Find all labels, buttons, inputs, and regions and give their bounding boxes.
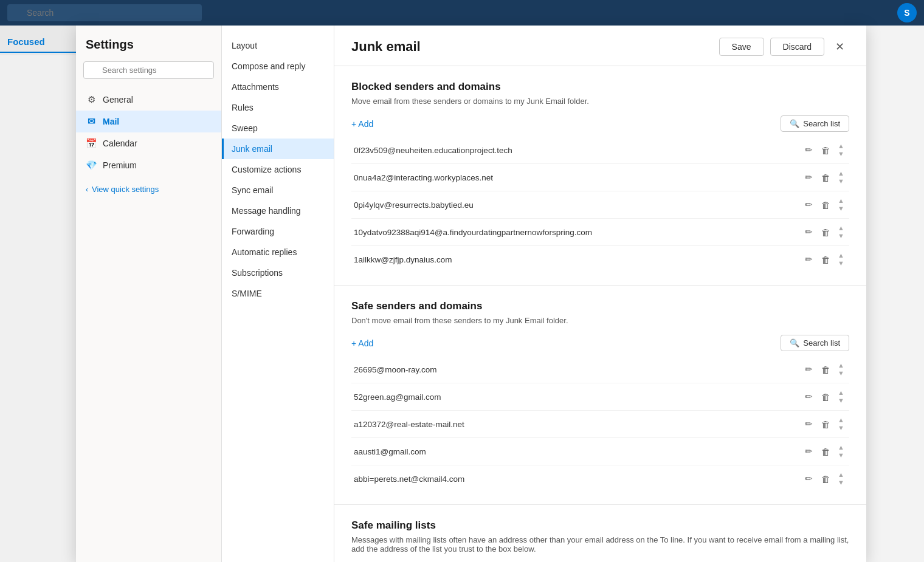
safe-delete-2-button[interactable]: 🗑 <box>818 417 834 432</box>
blocked-scroll-up-1[interactable]: ▲ <box>835 170 847 177</box>
table-row: 1ailkkw@zjfjp.dynaius.com ✏ 🗑 ▲ ▼ <box>351 246 849 273</box>
subnav-compose[interactable]: Compose and reply <box>222 56 334 77</box>
sidebar-item-mail[interactable]: ✉ Mail <box>76 111 221 132</box>
blocked-search-list-label: Search list <box>803 119 840 128</box>
blocked-row-2-actions: ✏ 🗑 ▲ ▼ <box>801 197 847 213</box>
content-header: Junk email Save Discard ✕ <box>334 26 866 66</box>
safe-email-0: 26695@moon-ray.com <box>354 365 437 374</box>
subnav-sync[interactable]: Sync email <box>222 180 334 200</box>
settings-content: Junk email Save Discard ✕ Blocked sender… <box>334 26 866 562</box>
blocked-scroll-down-1[interactable]: ▼ <box>835 177 847 185</box>
blocked-scroll-up-4[interactable]: ▲ <box>835 252 847 259</box>
subnav-junk[interactable]: Junk email <box>222 139 334 159</box>
safe-scroll-arrows-0: ▲ ▼ <box>835 362 847 377</box>
view-quick-settings-label: View quick settings <box>92 185 159 194</box>
table-row: 0f23v509@neuheiten.educationproject.tech… <box>351 137 849 164</box>
mail-icon: ✉ <box>86 116 97 127</box>
blocked-search-list-button[interactable]: 🔍 Search list <box>781 115 849 132</box>
safe-scroll-down-0[interactable]: ▼ <box>835 369 847 377</box>
blocked-edit-2-button[interactable]: ✏ <box>801 197 816 213</box>
blocked-add-button[interactable]: + Add <box>351 117 373 131</box>
top-search-input[interactable] <box>7 4 202 21</box>
table-row: 26695@moon-ray.com ✏ 🗑 ▲ ▼ <box>351 356 849 383</box>
table-row: a120372@real-estate-mail.net ✏ 🗑 ▲ ▼ <box>351 411 849 438</box>
blocked-edit-4-button[interactable]: ✏ <box>801 252 816 267</box>
safe-mailing-section: Safe mailing lists Messages with mailing… <box>334 505 866 562</box>
blocked-email-0: 0f23v509@neuheiten.educationproject.tech <box>354 146 512 155</box>
safe-row-2-actions: ✏ 🗑 ▲ ▼ <box>801 416 847 432</box>
safe-scroll-down-1[interactable]: ▼ <box>835 397 847 405</box>
discard-button[interactable]: Discard <box>770 38 824 56</box>
blocked-scroll-down-0[interactable]: ▼ <box>835 150 847 158</box>
blocked-edit-1-button[interactable]: ✏ <box>801 170 816 185</box>
safe-scroll-arrows-1: ▲ ▼ <box>835 389 847 405</box>
safe-scroll-up-2[interactable]: ▲ <box>835 416 847 424</box>
safe-scroll-down-3[interactable]: ▼ <box>835 451 847 459</box>
subnav-attachments[interactable]: Attachments <box>222 77 334 97</box>
safe-section-toolbar: + Add 🔍 Search list <box>351 335 849 351</box>
safe-section-title: Safe senders and domains <box>351 300 849 312</box>
main-layout: Focused Settings 🔍 ⚙ General ✉ Mail 📅 <box>0 26 924 562</box>
sidebar-item-general[interactable]: ⚙ General <box>76 89 221 111</box>
user-avatar[interactable]: S <box>897 3 917 22</box>
safe-scroll-up-0[interactable]: ▲ <box>835 362 847 369</box>
subnav-rules[interactable]: Rules <box>222 97 334 118</box>
premium-icon: 💎 <box>86 160 97 171</box>
safe-edit-4-button[interactable]: ✏ <box>801 471 816 487</box>
safe-delete-0-button[interactable]: 🗑 <box>818 362 834 377</box>
safe-edit-2-button[interactable]: ✏ <box>801 416 816 432</box>
blocked-delete-2-button[interactable]: 🗑 <box>818 197 834 213</box>
blocked-delete-4-button[interactable]: 🗑 <box>818 252 834 267</box>
safe-scroll-down-2[interactable]: ▼ <box>835 424 847 432</box>
safe-add-button[interactable]: + Add <box>351 336 373 351</box>
safe-delete-4-button[interactable]: 🗑 <box>818 471 834 487</box>
subnav-subscriptions[interactable]: Subscriptions <box>222 262 334 283</box>
safe-scroll-down-4[interactable]: ▼ <box>835 479 847 487</box>
blocked-delete-1-button[interactable]: 🗑 <box>818 170 834 185</box>
safe-senders-section: Safe senders and domains Don't move emai… <box>334 286 866 505</box>
safe-delete-3-button[interactable]: 🗑 <box>818 444 834 459</box>
safe-search-list-button[interactable]: 🔍 Search list <box>781 335 849 351</box>
close-button[interactable]: ✕ <box>830 38 849 56</box>
focused-tab-label[interactable]: Focused <box>0 32 79 53</box>
blocked-delete-0-button[interactable]: 🗑 <box>818 143 834 158</box>
safe-email-1: 52green.ag@gmail.com <box>354 392 441 402</box>
back-arrow-icon: ‹ <box>86 185 88 194</box>
subnav-forwarding[interactable]: Forwarding <box>222 221 334 242</box>
settings-search-input[interactable] <box>83 61 214 79</box>
blocked-delete-3-button[interactable]: 🗑 <box>818 225 834 240</box>
top-bar: 🔍 S <box>0 0 924 26</box>
blocked-scroll-down-2[interactable]: ▼ <box>835 205 847 213</box>
subnav-customize[interactable]: Customize actions <box>222 159 334 180</box>
mailing-section-desc: Messages with mailing lists often have a… <box>351 535 849 553</box>
safe-edit-3-button[interactable]: ✏ <box>801 444 816 459</box>
sidebar-item-premium[interactable]: 💎 Premium <box>76 154 221 176</box>
blocked-section-toolbar: + Add 🔍 Search list <box>351 115 849 132</box>
subnav-message[interactable]: Message handling <box>222 200 334 221</box>
subnav-layout[interactable]: Layout <box>222 35 334 56</box>
safe-edit-0-button[interactable]: ✏ <box>801 362 816 377</box>
blocked-scroll-up-2[interactable]: ▲ <box>835 197 847 205</box>
blocked-edit-0-button[interactable]: ✏ <box>801 142 816 158</box>
table-row: abbi=perets.net@ckmail4.com ✏ 🗑 ▲ ▼ <box>351 465 849 492</box>
blocked-scroll-up-3[interactable]: ▲ <box>835 224 847 232</box>
safe-scroll-up-1[interactable]: ▲ <box>835 389 847 397</box>
safe-edit-1-button[interactable]: ✏ <box>801 389 816 405</box>
header-buttons: Save Discard ✕ <box>719 38 849 56</box>
safe-row-3-actions: ✏ 🗑 ▲ ▼ <box>801 444 847 459</box>
sidebar-item-calendar[interactable]: 📅 Calendar <box>76 132 221 154</box>
subnav-smime[interactable]: S/MIME <box>222 283 334 304</box>
safe-delete-1-button[interactable]: 🗑 <box>818 389 834 405</box>
subnav-auto-replies[interactable]: Automatic replies <box>222 242 334 262</box>
blocked-edit-3-button[interactable]: ✏ <box>801 224 816 240</box>
blocked-scroll-up-0[interactable]: ▲ <box>835 142 847 150</box>
safe-scroll-up-4[interactable]: ▲ <box>835 471 847 479</box>
save-button[interactable]: Save <box>719 38 764 56</box>
blocked-scroll-down-4[interactable]: ▼ <box>835 259 847 267</box>
blocked-row-3-actions: ✏ 🗑 ▲ ▼ <box>801 224 847 240</box>
subnav-sweep[interactable]: Sweep <box>222 118 334 139</box>
safe-scroll-arrows-4: ▲ ▼ <box>835 471 847 487</box>
blocked-scroll-down-3[interactable]: ▼ <box>835 232 847 240</box>
view-quick-settings-link[interactable]: ‹ View quick settings <box>76 179 221 200</box>
safe-scroll-up-3[interactable]: ▲ <box>835 444 847 451</box>
